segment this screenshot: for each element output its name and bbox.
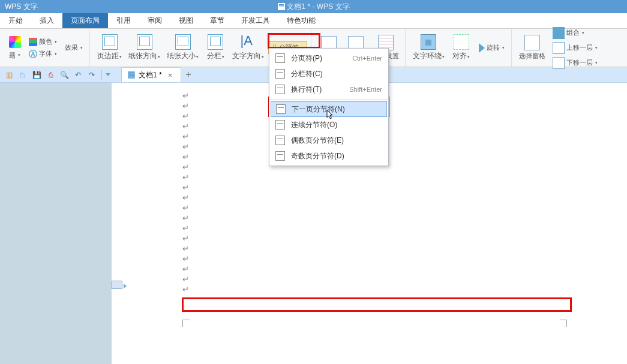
theme-button[interactable] [6,35,24,49]
paragraph-mark: ↵ [182,234,188,244]
menu-item-label: 换行符(T) [291,85,343,95]
qat-separator [101,70,102,80]
page-bottom-markers [182,320,567,327]
paragraph-mark: ↵ [182,122,188,132]
menu-item-next-page-section[interactable]: 下一页分节符(N) [271,101,387,117]
paragraph-mark: ↵ [182,91,188,101]
paragraph-mark: ↵ [182,285,188,295]
app-name: WPS 文字 [0,2,43,12]
margins-icon [102,34,118,50]
fonts-button[interactable]: Ⓐ字体▾ [26,48,60,59]
paragraph-marks: ↵↵↵↵↵↵↵↵↵↵↵↵↵↵↵↵↵↵↵↵ [182,91,627,295]
paragraph-mark: ↵ [182,224,188,234]
bring-fwd-button[interactable]: 上移一层▾ [550,41,601,55]
page-corner [560,320,567,327]
qat-save[interactable]: 💾 [30,69,43,81]
qat-more[interactable] [105,69,111,81]
menu-item-odd-section[interactable]: 奇数页分节符(D) [269,148,388,164]
menu-item-icon [275,120,285,130]
menu-tab-6[interactable]: 章节 [202,13,233,28]
menu-item-wrap-break[interactable]: 换行符(T)Shift+Enter [269,82,388,97]
rainbow-icon [9,36,21,48]
new-tab-button[interactable]: ＋ [181,68,196,82]
menu-item-icon [276,104,286,114]
rotate-button[interactable]: 旋转▾ [476,42,508,54]
paragraph-mark: ↵ [182,183,188,193]
group-icon [553,27,565,39]
qat-preview[interactable]: 🔍 [58,69,71,81]
menu-item-icon [275,136,285,145]
group-button[interactable]: 组合▾ [550,26,601,40]
menu-tab-5[interactable]: 视图 [170,13,202,28]
doctab-close[interactable]: × [166,71,175,80]
qat-redo[interactable]: ↷ [85,69,98,81]
orientation-button[interactable]: 纸张方向▾ [126,33,163,62]
paragraph-mark: ↵ [182,264,188,275]
document-icon [277,3,284,10]
menu-tab-2[interactable]: 页面布局 [62,13,108,28]
menu-item-label: 分页符(P) [291,53,346,64]
menu-item-page-break[interactable]: 分页符(P)Ctrl+Enter [269,50,388,66]
pagesize-icon [175,34,191,50]
colors-button[interactable]: 颜色▾ [26,36,60,47]
qat-new[interactable]: ▥ [2,69,16,81]
ribbon-group-arrange: 文字环绕▾ 对齐▾ 旋转▾ [407,29,512,67]
menu-item-icon [275,69,285,79]
page-tag[interactable] [112,281,122,289]
menu-tab-7[interactable]: 开发工具 [233,13,278,28]
pagesize-button[interactable]: 纸张大小▾ [164,33,201,62]
margins-button[interactable]: 页边距▾ [95,33,124,62]
qat-open[interactable]: 🗀 [16,69,29,81]
menu-tab-0[interactable]: 开始 [0,13,31,28]
wrap-button[interactable]: 文字环绕▾ [410,33,447,62]
menu-tab-8[interactable]: 特色功能 [278,13,324,28]
colors-label: 颜色 [39,37,52,46]
nav-panel[interactable] [0,83,112,364]
menu-item-icon [275,53,285,63]
align-button[interactable]: 对齐▾ [449,33,474,62]
send-back-button[interactable]: 下移一层▾ [550,56,601,70]
menu-tab-3[interactable]: 引用 [108,13,139,28]
qat-print[interactable]: ⎙ [44,69,57,81]
paragraph-mark: ↵ [182,254,188,264]
doctab-icon [128,71,135,79]
effects-button[interactable]: 效果▾ [62,42,86,53]
paragraph-mark: ↵ [182,142,188,152]
theme-label: 题 [9,51,16,60]
select-pane-button[interactable]: 选择窗格 [517,34,548,62]
paragraph-mark: ↵ [182,203,188,213]
menu-separator [269,99,388,100]
menu-item-label: 奇数页分节符(D) [291,151,382,161]
paragraph-mark: ↵ [182,132,188,142]
ribbon-group-theme: 题▾ 颜色▾ Ⓐ字体▾ 效果▾ [2,29,90,67]
textdir-button[interactable]: |A文字方向▾ [230,33,266,62]
menu-item-even-section[interactable]: 偶数页分节符(E) [269,133,388,148]
columns-icon [208,34,223,50]
paragraph-mark: ↵ [182,193,188,203]
paragraph-mark: ↵ [182,173,188,183]
window-title: 文档1 * - WPS 文字 [277,2,349,12]
fonts-label: 字体 [39,49,52,58]
paragraph-mark: ↵ [182,101,188,112]
breaks-dropdown: 分页符(P)Ctrl+Enter分栏符(C)换行符(T)Shift+Enter下… [269,48,389,166]
bring-fwd-icon [553,42,565,54]
menu-item-label: 分栏符(C) [291,69,382,79]
menu-item-label: 连续分节符(O) [291,120,382,130]
menu-tab-1[interactable]: 插入 [31,13,62,28]
effects-label: 效果 [65,43,78,52]
rotate-icon [479,43,485,53]
menu-item-label: 偶数页分节符(E) [291,136,382,146]
paragraph-mark: ↵ [182,163,188,173]
menu-item-continuous-section[interactable]: 连续分节符(O) [269,117,388,133]
document-tab[interactable]: 文档1 * × [121,67,181,82]
paragraph-mark: ↵ [182,213,188,224]
theme-label-button[interactable]: 题▾ [6,50,24,61]
paragraph-mark: ↵ [182,112,188,122]
orientation-icon [137,34,152,50]
menu-item-column-break[interactable]: 分栏符(C) [269,66,388,82]
qat-undo[interactable]: ↶ [71,69,85,81]
align-icon [454,34,469,50]
columns-button[interactable]: 分栏▾ [203,33,228,62]
menu-tab-4[interactable]: 审阅 [139,13,170,28]
colors-icon [29,38,37,46]
